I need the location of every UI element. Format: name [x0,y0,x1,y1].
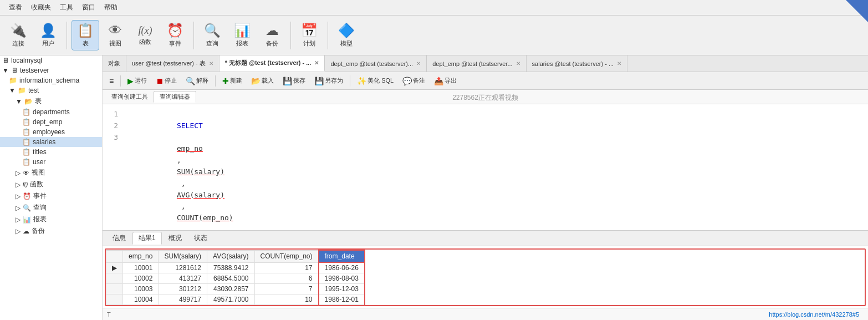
results-tab-overview[interactable]: 概况 [163,232,187,244]
toolbar-user[interactable]: 👤 用户 [34,21,62,50]
table-row[interactable]: 10004 499717 49571.7000 10 1986-12-01 [106,294,365,305]
sql-content[interactable]: SELECT emp_no , SUM(salary) , AVG(salary… [125,109,233,230]
row-marker-0: ▶ [106,262,123,273]
save-label: 保存 [293,77,305,85]
sidebar-item-reports[interactable]: ▷ 📊 报表 [0,214,102,225]
cell-from-date-0: 1986-06-26 [319,262,365,273]
tab-untitled-close[interactable]: ✕ [314,60,319,66]
sidebar-item-functions[interactable]: ▷ f() 函数 [0,179,102,190]
menu-button[interactable]: ≡ [106,75,117,87]
export-button[interactable]: 📤 导出 [431,75,460,87]
backup-icon: ☁ [265,23,279,38]
toolbar-table[interactable]: 📋 表 [72,20,99,50]
tab-dept-emp1-close[interactable]: ✕ [416,60,421,67]
status-link[interactable]: https://blog.csdn.net/m/432278#5 [764,310,864,319]
load-button[interactable]: 📂 载入 [248,75,277,87]
save-button[interactable]: 💾 保存 [279,75,309,87]
tables-expand-icon: ▼ [16,98,22,105]
sidebar-item-tables[interactable]: ▼ 📂 表 [0,95,102,107]
toolbar-plan[interactable]: 📅 计划 [295,21,323,50]
sub-tab-editor-label: 查询编辑器 [160,93,190,100]
toolbar-func[interactable]: f(x) 函数 [131,23,159,48]
query-icon: 🔍 [204,23,221,38]
tab-user-close[interactable]: ✕ [209,60,213,67]
line-numbers: 1 2 3 [107,109,118,230]
sidebar-item-localmysql[interactable]: 🖥 localmysql [0,55,102,65]
table-row[interactable]: 10002 413127 68854.5000 6 1996-08-03 [106,273,365,284]
sidebar-item-test[interactable]: ▼ 📁 test [0,85,102,95]
comment-label: 备注 [413,77,425,85]
menu-item-help[interactable]: 帮助 [100,2,122,13]
sidebar-item-salaries[interactable]: 📋 salaries [0,137,102,147]
toolbar-event[interactable]: ⏰ 事件 [161,21,189,50]
new-icon: ✚ [222,77,229,85]
saveas-button[interactable]: 💾 另存为 [311,75,346,87]
sidebar-item-views[interactable]: ▷ 👁 视图 [0,167,102,179]
menu-item-favorites[interactable]: 收藏夹 [27,2,55,13]
tab-salaries[interactable]: salaries @test (testserver) - ... ✕ [527,55,627,72]
tab-objects-label: 对象 [108,59,120,68]
load-label: 载入 [262,77,274,85]
cell-count-0: 17 [254,262,319,273]
views-expand-icon: ▷ [16,169,21,177]
sidebar-item-testserver[interactable]: ▼ 🖥 testserver [0,65,102,75]
col-header-emp-no[interactable]: emp_no [123,250,159,262]
sidebar-item-information-schema[interactable]: 📁 information_schema [0,75,102,85]
tab-dept-emp2-close[interactable]: ✕ [516,60,520,67]
sidebar-item-queries[interactable]: ▷ 🔍 查询 [0,202,102,214]
col-header-sum[interactable]: SUM(salary) [159,250,207,262]
sidebar-item-employees[interactable]: 📋 employees [0,127,102,137]
sidebar-item-dept-emp[interactable]: 📋 dept_emp [0,117,102,127]
col-header-count[interactable]: COUNT(emp_no) [254,250,319,262]
cell-count-3: 10 [254,294,319,305]
toolbar-report[interactable]: 📊 报表 [228,21,256,50]
explain-button[interactable]: 🔍 解释 [182,75,212,87]
menu-item-window[interactable]: 窗口 [78,2,100,13]
col-header-avg[interactable]: AVG(salary) [207,250,254,262]
beautify-button[interactable]: ✨ 美化 SQL [354,75,397,87]
tab-objects[interactable]: 对象 [103,55,126,72]
action-bar: ≡ ▶ 运行 ⏹ 停止 🔍 解释 ✚ 新建 📂 载入 [103,72,868,90]
sidebar-dept-emp-label: dept_emp [33,118,62,126]
sidebar-item-user[interactable]: 📋 user [0,157,102,167]
tab-bar: 对象 user @test (testserver) - 表 ✕ * 无标题 @… [103,55,868,72]
toolbar-backup[interactable]: ☁ 备份 [258,21,286,50]
tab-dept-emp2[interactable]: dept_emp @test (testserver... ✕ [427,55,526,72]
sidebar-item-departments[interactable]: 📋 departments [0,107,102,117]
results-tab-result1[interactable]: 结果1 [132,232,162,245]
sidebar-item-events[interactable]: ▷ ⏰ 事件 [0,190,102,202]
menu-item-view[interactable]: 查看 [4,2,27,13]
menu-item-tools[interactable]: 工具 [55,2,78,13]
results-tab-info[interactable]: 信息 [107,232,131,244]
sql-select-kw: SELECT [177,121,203,130]
stop-button[interactable]: ⏹ 停止 [152,75,180,87]
sql-editor[interactable]: 1 2 3 SELECT emp_no , SUM(salary) , AVG(… [103,104,868,230]
table-row[interactable]: 10003 301212 43030.2857 7 1995-12-03 [106,284,365,294]
tab-untitled[interactable]: * 无标题 @test (testserver) - ... ✕ [219,55,325,72]
toolbar-view[interactable]: 👁 视图 [101,21,129,50]
backups-expand-icon: ▷ [16,227,21,235]
toolbar-connect[interactable]: 🔌 连接 [4,21,32,50]
toolbar-query[interactable]: 🔍 查询 [198,21,226,50]
plan-icon: 📅 [301,23,318,38]
run-button[interactable]: ▶ 运行 [124,75,150,87]
sidebar-item-titles[interactable]: 📋 titles [0,147,102,157]
comment-button[interactable]: 💬 备注 [399,75,428,87]
toolbar-model-label: 模型 [340,39,353,48]
toolbar-model[interactable]: 🔷 模型 [333,21,360,50]
table-row[interactable]: ▶ 10001 1281612 75388.9412 17 1986-06-26 [106,262,365,273]
new-button[interactable]: ✚ 新建 [219,75,246,87]
tables-folder-icon: 📂 [24,98,33,105]
tab-user-table[interactable]: user @test (testserver) - 表 ✕ [126,55,219,72]
sidebar-item-backups[interactable]: ▷ ☁ 备份 [0,225,102,237]
views-icon: 👁 [23,169,29,177]
cell-count-1: 6 [254,273,319,284]
sub-tab-create[interactable]: 查询创建工具 [106,92,154,102]
sql-avg: AVG(salary) [177,191,224,199]
cell-emp-no-3: 10004 [123,294,159,305]
results-tab-status[interactable]: 状态 [188,232,213,244]
col-header-from-date[interactable]: from_date [319,250,365,262]
tab-salaries-close[interactable]: ✕ [617,60,621,67]
sub-tab-editor[interactable]: 查询编辑器 [154,91,196,103]
tab-dept-emp1[interactable]: dept_emp @test (testserver)... ✕ [325,55,427,72]
